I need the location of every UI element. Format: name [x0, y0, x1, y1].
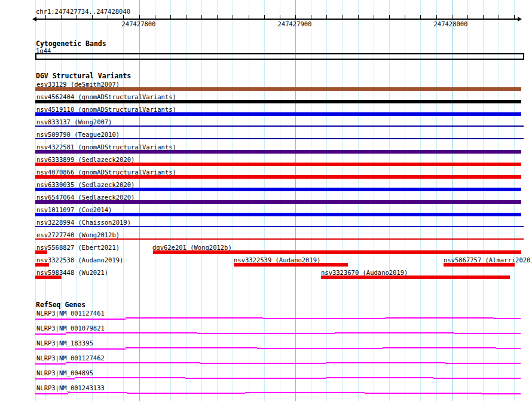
region-label: chr1:247427734..247428040: [36, 8, 130, 15]
variant-bar[interactable]: [35, 112, 521, 116]
variant-bar[interactable]: [35, 250, 47, 254]
gene-label[interactable]: NLRP3|NM_183395: [36, 339, 93, 347]
gene-line-segment[interactable]: [35, 348, 126, 350]
gene-line-segment[interactable]: [493, 318, 521, 319]
ruler-tick: [436, 15, 437, 19]
variant-label[interactable]: nsv3322538 (Audano2019): [36, 256, 123, 264]
variant-bar[interactable]: [444, 263, 515, 267]
ruler-tick: [108, 15, 108, 19]
gene-line-segment[interactable]: [200, 363, 326, 364]
gene-line-segment[interactable]: [386, 317, 493, 319]
ruler-tick-label: 247428000: [434, 20, 468, 27]
variant-bar[interactable]: [35, 238, 524, 240]
gene-line-segment[interactable]: [35, 319, 126, 320]
variant-bar[interactable]: [35, 188, 521, 191]
ruler-tick: [249, 15, 249, 19]
gene-label[interactable]: NLRP3|NM_004895: [36, 369, 93, 376]
variant-bar[interactable]: [35, 100, 521, 103]
variant-bar[interactable]: [35, 276, 62, 279]
gene-line-segment[interactable]: [66, 362, 200, 363]
section-title-dgv-structural-variants: DGV Structural Variants: [36, 72, 131, 80]
ruler-tick: [343, 15, 343, 19]
gene-line-segment[interactable]: [257, 348, 383, 349]
ruler-tick-label: 247427800: [122, 20, 156, 27]
gene-line-segment[interactable]: [185, 378, 326, 379]
variant-bar[interactable]: [35, 163, 521, 166]
variant-label[interactable]: nsv3228994 (Chaisson2019): [36, 219, 131, 226]
ruler-tick: [483, 15, 484, 19]
gene-line-segment[interactable]: [197, 333, 335, 334]
gene-line-segment[interactable]: [365, 393, 482, 394]
ruler-tick: [467, 15, 468, 19]
variant-label[interactable]: nsv833137 (Wong2007): [36, 118, 112, 125]
variant-bar[interactable]: [35, 200, 521, 204]
ruler-tick: [45, 15, 46, 19]
gene-line-segment[interactable]: [433, 378, 521, 379]
gene-line-segment[interactable]: [126, 317, 263, 319]
ruler-tick: [499, 15, 499, 19]
gene-line-segment[interactable]: [245, 392, 365, 393]
variant-label[interactable]: nsv509790 (Teague2010): [36, 131, 120, 138]
ruler-tick: [77, 15, 77, 19]
gene-line-segment[interactable]: [35, 393, 68, 394]
gene-line-segment[interactable]: [263, 318, 386, 319]
ruler-tick: [280, 15, 280, 19]
cytoband-box[interactable]: [35, 53, 524, 60]
ruler-tick: [311, 15, 311, 19]
ruler-tick: [155, 15, 155, 19]
ruler-tick: [358, 15, 359, 19]
ruler-tick: [405, 15, 405, 19]
gene-line-segment[interactable]: [126, 347, 257, 348]
gene-line-segment[interactable]: [35, 333, 66, 335]
ruler-tick: [389, 15, 390, 19]
gene-line-segment[interactable]: [326, 377, 433, 378]
gene-line-segment[interactable]: [445, 363, 521, 364]
variant-bar[interactable]: [35, 213, 521, 216]
section-title-refseq-genes: RefSeq Genes: [36, 301, 85, 309]
ruler-tick: [295, 15, 296, 19]
ruler-tick-label: 247427900: [278, 20, 312, 27]
variant-bar[interactable]: [234, 263, 348, 267]
gene-line-segment[interactable]: [482, 393, 521, 394]
ruler-tick: [61, 15, 62, 19]
ruler-tick: [201, 15, 202, 19]
gene-label[interactable]: NLRP3|NM_001127462: [36, 354, 105, 362]
variant-bar[interactable]: [35, 138, 524, 139]
ruler-tick: [374, 15, 374, 19]
gene-line-segment[interactable]: [383, 347, 496, 348]
variant-bar[interactable]: [35, 87, 521, 91]
gene-label[interactable]: NLRP3|NM_001127461: [36, 310, 105, 317]
variant-bar[interactable]: [321, 276, 510, 279]
ruler-tick: [326, 15, 327, 19]
variant-bar[interactable]: [35, 263, 49, 267]
gene-line-segment[interactable]: [35, 363, 66, 365]
gene-line-segment[interactable]: [35, 378, 75, 379]
ruler-tick: [92, 15, 93, 19]
gene-line-segment[interactable]: [127, 393, 245, 394]
gene-label[interactable]: NLRP3|NM_001243133: [36, 384, 105, 391]
variant-bar[interactable]: [35, 175, 521, 179]
ruler-tick: [170, 15, 171, 19]
ruler-tick: [452, 15, 452, 19]
ruler-tick: [264, 15, 265, 19]
ruler-tick: [514, 15, 515, 19]
variant-bar[interactable]: [35, 150, 521, 154]
gene-line-segment[interactable]: [75, 377, 185, 378]
gene-line-segment[interactable]: [454, 333, 521, 334]
variant-bar[interactable]: [35, 125, 524, 127]
gene-line-segment[interactable]: [68, 392, 127, 393]
gene-line-segment[interactable]: [496, 348, 521, 349]
gene-line-segment[interactable]: [66, 332, 197, 333]
gene-label[interactable]: NLRP3|NM_001079821: [36, 325, 105, 332]
genome-browser-canvas: chr1:247427734..247428040 24742780024742…: [0, 0, 532, 401]
ruler-tick: [420, 15, 421, 19]
gene-line-segment[interactable]: [335, 332, 454, 333]
gene-line-segment[interactable]: [326, 362, 445, 363]
variant-bar[interactable]: [35, 226, 524, 227]
ruler-tick: [233, 15, 233, 19]
variant-bar[interactable]: [153, 250, 521, 254]
variant-label[interactable]: esv2727740 (Wong2012b): [36, 231, 120, 238]
ruler-tick: [217, 15, 218, 19]
ruler-tick: [139, 15, 140, 19]
variant-label[interactable]: nsv5568827 (Ebert2021): [36, 244, 120, 251]
